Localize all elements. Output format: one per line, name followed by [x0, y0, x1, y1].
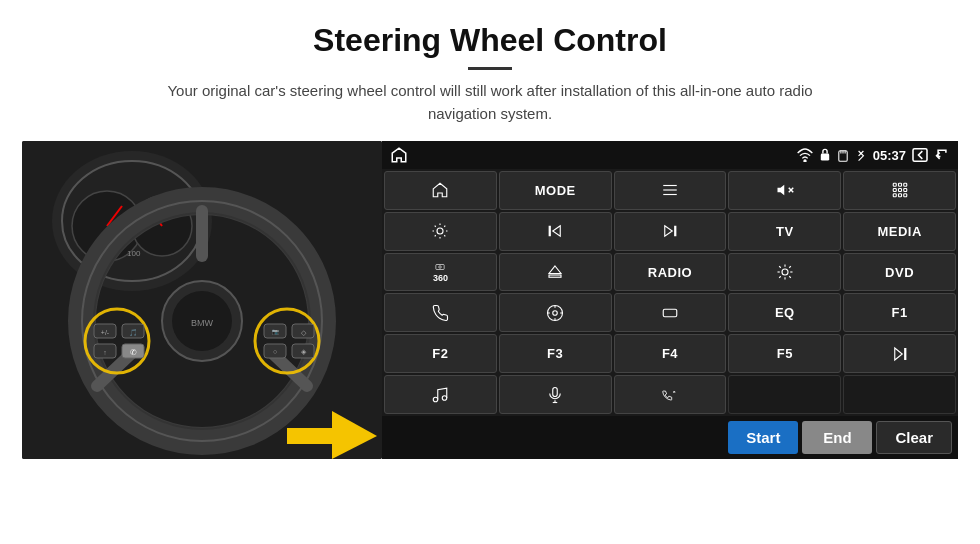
svg-rect-37: [287, 428, 335, 444]
svg-line-77: [789, 266, 791, 268]
control-panel: 05:37 MODE: [382, 141, 958, 459]
prev-btn[interactable]: [499, 212, 612, 251]
bluetooth-icon: [855, 147, 867, 163]
vol-call-btn[interactable]: [614, 375, 727, 414]
status-bar-right: 05:37: [797, 147, 950, 163]
svg-point-88: [443, 395, 448, 400]
svg-marker-67: [549, 266, 561, 274]
svg-rect-54: [893, 189, 896, 192]
svg-text:✆: ✆: [130, 348, 137, 357]
page-title: Steering Wheel Control: [0, 0, 980, 59]
svg-rect-89: [553, 387, 558, 396]
status-bar-left: [390, 146, 408, 164]
dvd-btn[interactable]: DVD: [843, 253, 956, 292]
svg-text:+/-: +/-: [101, 329, 110, 336]
svg-text:○: ○: [273, 348, 277, 355]
svg-point-87: [434, 397, 439, 402]
home-status-icon: [390, 146, 408, 164]
end-button[interactable]: End: [802, 421, 872, 454]
clear-button[interactable]: Clear: [876, 421, 952, 454]
svg-text:100: 100: [127, 249, 141, 258]
svg-rect-39: [821, 154, 829, 161]
rect-btn[interactable]: [614, 293, 727, 332]
action-bar: Start End Clear: [382, 416, 958, 459]
svg-point-69: [782, 269, 788, 275]
mode-btn[interactable]: MODE: [499, 171, 612, 210]
eject-btn[interactable]: [499, 253, 612, 292]
title-divider: [468, 67, 512, 70]
settings-btn[interactable]: [384, 212, 497, 251]
svg-rect-44: [913, 149, 927, 161]
music-btn[interactable]: [384, 375, 497, 414]
svg-text:🎵: 🎵: [129, 328, 138, 337]
svg-marker-85: [894, 348, 902, 360]
back-icon: [912, 148, 928, 162]
brightness-btn[interactable]: [728, 253, 841, 292]
play-pause-btn[interactable]: [843, 334, 956, 373]
mute-btn[interactable]: [728, 171, 841, 210]
svg-rect-51: [893, 184, 896, 187]
svg-rect-84: [663, 309, 677, 317]
svg-rect-53: [903, 184, 906, 187]
f5-btn[interactable]: F5: [728, 334, 841, 373]
radio-btn[interactable]: RADIO: [614, 253, 727, 292]
f4-btn[interactable]: F4: [614, 334, 727, 373]
home-btn[interactable]: [384, 171, 497, 210]
svg-line-73: [789, 276, 791, 278]
mic-btn[interactable]: [499, 375, 612, 414]
svg-rect-57: [893, 194, 896, 197]
svg-rect-52: [898, 184, 901, 187]
empty-btn-1: [728, 375, 841, 414]
svg-rect-55: [898, 189, 901, 192]
f1-btn[interactable]: F1: [843, 293, 956, 332]
f3-btn[interactable]: F3: [499, 334, 612, 373]
tv-btn[interactable]: TV: [728, 212, 841, 251]
button-grid: MODE: [382, 169, 958, 416]
svg-rect-56: [903, 189, 906, 192]
status-time: 05:37: [873, 148, 906, 163]
eq-btn[interactable]: EQ: [728, 293, 841, 332]
subtitle: Your original car's steering wheel contr…: [140, 80, 840, 125]
next-btn[interactable]: [614, 212, 727, 251]
svg-rect-65: [436, 264, 444, 269]
lock-icon: [819, 148, 831, 162]
svg-text:📷: 📷: [272, 328, 280, 336]
svg-rect-58: [898, 194, 901, 197]
svg-point-66: [439, 265, 442, 268]
sd-icon: [837, 148, 849, 162]
svg-rect-68: [549, 275, 561, 277]
steering-wheel-image: 0 100 BMW +/- 🎵 ↑ ✆: [22, 141, 382, 459]
svg-point-60: [437, 228, 443, 234]
start-button[interactable]: Start: [728, 421, 798, 454]
wifi-icon: [797, 148, 813, 162]
return-icon: [934, 148, 950, 162]
svg-text:BMW: BMW: [191, 318, 214, 328]
svg-line-72: [779, 266, 781, 268]
nav-btn[interactable]: [499, 293, 612, 332]
status-bar: 05:37: [382, 141, 958, 169]
svg-marker-61: [553, 226, 561, 237]
phone-btn[interactable]: [384, 293, 497, 332]
list-btn[interactable]: [614, 171, 727, 210]
svg-text:↑: ↑: [103, 349, 107, 356]
media-btn[interactable]: MEDIA: [843, 212, 956, 251]
svg-line-76: [779, 276, 781, 278]
f2-btn[interactable]: F2: [384, 334, 497, 373]
apps-btn[interactable]: [843, 171, 956, 210]
svg-point-38: [804, 160, 806, 162]
empty-btn-2: [843, 375, 956, 414]
360-btn[interactable]: 360: [384, 253, 497, 292]
svg-point-79: [553, 311, 558, 316]
svg-rect-59: [903, 194, 906, 197]
content-area: 0 100 BMW +/- 🎵 ↑ ✆: [0, 141, 980, 459]
svg-marker-48: [777, 185, 784, 196]
svg-marker-63: [665, 226, 673, 237]
